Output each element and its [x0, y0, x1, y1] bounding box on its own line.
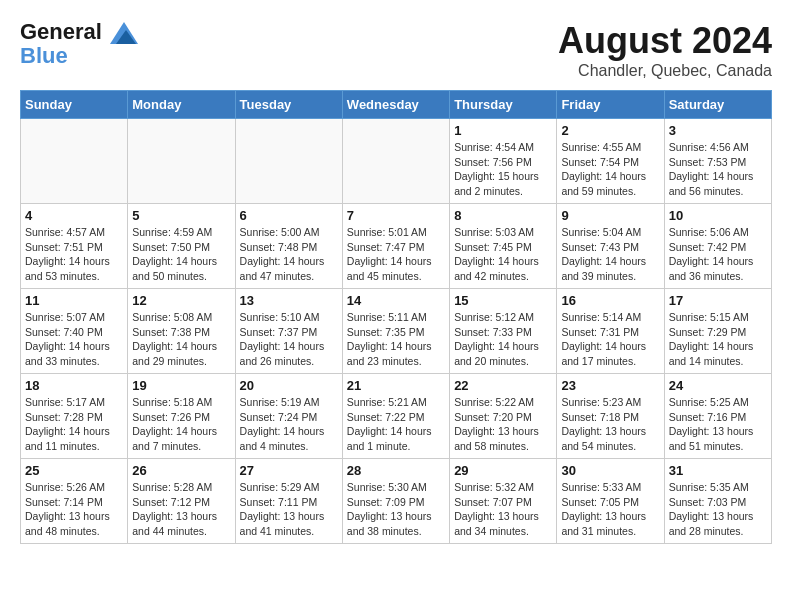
calendar-day-cell: 16Sunrise: 5:14 AMSunset: 7:31 PMDayligh…	[557, 289, 664, 374]
day-number: 14	[347, 293, 445, 308]
calendar-day-cell: 7Sunrise: 5:01 AMSunset: 7:47 PMDaylight…	[342, 204, 449, 289]
calendar-week-row: 4Sunrise: 4:57 AMSunset: 7:51 PMDaylight…	[21, 204, 772, 289]
page-header: General Blue August 2024 Chandler, Quebe…	[20, 20, 772, 80]
day-info: Sunrise: 5:35 AMSunset: 7:03 PMDaylight:…	[669, 480, 767, 539]
day-info: Sunrise: 5:22 AMSunset: 7:20 PMDaylight:…	[454, 395, 552, 454]
calendar-day-cell: 30Sunrise: 5:33 AMSunset: 7:05 PMDayligh…	[557, 459, 664, 544]
calendar-day-cell: 3Sunrise: 4:56 AMSunset: 7:53 PMDaylight…	[664, 119, 771, 204]
calendar-week-row: 18Sunrise: 5:17 AMSunset: 7:28 PMDayligh…	[21, 374, 772, 459]
day-info: Sunrise: 4:57 AMSunset: 7:51 PMDaylight:…	[25, 225, 123, 284]
calendar-day-cell: 19Sunrise: 5:18 AMSunset: 7:26 PMDayligh…	[128, 374, 235, 459]
day-number: 4	[25, 208, 123, 223]
weekday-header: Sunday	[21, 91, 128, 119]
day-number: 23	[561, 378, 659, 393]
day-info: Sunrise: 5:03 AMSunset: 7:45 PMDaylight:…	[454, 225, 552, 284]
day-number: 24	[669, 378, 767, 393]
calendar-day-cell: 24Sunrise: 5:25 AMSunset: 7:16 PMDayligh…	[664, 374, 771, 459]
calendar-day-cell: 11Sunrise: 5:07 AMSunset: 7:40 PMDayligh…	[21, 289, 128, 374]
day-info: Sunrise: 5:21 AMSunset: 7:22 PMDaylight:…	[347, 395, 445, 454]
day-number: 31	[669, 463, 767, 478]
day-info: Sunrise: 5:06 AMSunset: 7:42 PMDaylight:…	[669, 225, 767, 284]
calendar-day-cell	[128, 119, 235, 204]
calendar-day-cell	[235, 119, 342, 204]
location-subtitle: Chandler, Quebec, Canada	[558, 62, 772, 80]
logo-blue: Blue	[20, 44, 138, 68]
weekday-header: Thursday	[450, 91, 557, 119]
calendar-day-cell: 20Sunrise: 5:19 AMSunset: 7:24 PMDayligh…	[235, 374, 342, 459]
logo-text: General	[20, 20, 138, 44]
day-info: Sunrise: 4:54 AMSunset: 7:56 PMDaylight:…	[454, 140, 552, 199]
weekday-header: Monday	[128, 91, 235, 119]
calendar-day-cell: 18Sunrise: 5:17 AMSunset: 7:28 PMDayligh…	[21, 374, 128, 459]
day-info: Sunrise: 5:29 AMSunset: 7:11 PMDaylight:…	[240, 480, 338, 539]
logo-icon	[110, 22, 138, 44]
calendar-day-cell: 17Sunrise: 5:15 AMSunset: 7:29 PMDayligh…	[664, 289, 771, 374]
calendar-header-row: SundayMondayTuesdayWednesdayThursdayFrid…	[21, 91, 772, 119]
day-info: Sunrise: 5:12 AMSunset: 7:33 PMDaylight:…	[454, 310, 552, 369]
calendar-day-cell: 6Sunrise: 5:00 AMSunset: 7:48 PMDaylight…	[235, 204, 342, 289]
day-info: Sunrise: 5:17 AMSunset: 7:28 PMDaylight:…	[25, 395, 123, 454]
day-info: Sunrise: 5:25 AMSunset: 7:16 PMDaylight:…	[669, 395, 767, 454]
title-area: August 2024 Chandler, Quebec, Canada	[558, 20, 772, 80]
day-info: Sunrise: 5:28 AMSunset: 7:12 PMDaylight:…	[132, 480, 230, 539]
calendar-day-cell: 2Sunrise: 4:55 AMSunset: 7:54 PMDaylight…	[557, 119, 664, 204]
day-info: Sunrise: 5:01 AMSunset: 7:47 PMDaylight:…	[347, 225, 445, 284]
calendar-day-cell: 25Sunrise: 5:26 AMSunset: 7:14 PMDayligh…	[21, 459, 128, 544]
day-number: 5	[132, 208, 230, 223]
day-number: 13	[240, 293, 338, 308]
calendar-day-cell: 31Sunrise: 5:35 AMSunset: 7:03 PMDayligh…	[664, 459, 771, 544]
day-info: Sunrise: 5:00 AMSunset: 7:48 PMDaylight:…	[240, 225, 338, 284]
month-year-title: August 2024	[558, 20, 772, 62]
day-number: 17	[669, 293, 767, 308]
day-info: Sunrise: 5:07 AMSunset: 7:40 PMDaylight:…	[25, 310, 123, 369]
calendar-week-row: 1Sunrise: 4:54 AMSunset: 7:56 PMDaylight…	[21, 119, 772, 204]
day-info: Sunrise: 5:10 AMSunset: 7:37 PMDaylight:…	[240, 310, 338, 369]
calendar-day-cell: 22Sunrise: 5:22 AMSunset: 7:20 PMDayligh…	[450, 374, 557, 459]
day-number: 3	[669, 123, 767, 138]
weekday-header: Saturday	[664, 91, 771, 119]
day-number: 15	[454, 293, 552, 308]
day-number: 29	[454, 463, 552, 478]
calendar-day-cell: 4Sunrise: 4:57 AMSunset: 7:51 PMDaylight…	[21, 204, 128, 289]
day-info: Sunrise: 5:23 AMSunset: 7:18 PMDaylight:…	[561, 395, 659, 454]
day-number: 16	[561, 293, 659, 308]
day-info: Sunrise: 5:18 AMSunset: 7:26 PMDaylight:…	[132, 395, 230, 454]
day-info: Sunrise: 5:33 AMSunset: 7:05 PMDaylight:…	[561, 480, 659, 539]
calendar-day-cell: 12Sunrise: 5:08 AMSunset: 7:38 PMDayligh…	[128, 289, 235, 374]
calendar-day-cell: 29Sunrise: 5:32 AMSunset: 7:07 PMDayligh…	[450, 459, 557, 544]
calendar-day-cell: 21Sunrise: 5:21 AMSunset: 7:22 PMDayligh…	[342, 374, 449, 459]
day-info: Sunrise: 4:59 AMSunset: 7:50 PMDaylight:…	[132, 225, 230, 284]
day-number: 9	[561, 208, 659, 223]
calendar-table: SundayMondayTuesdayWednesdayThursdayFrid…	[20, 90, 772, 544]
day-number: 8	[454, 208, 552, 223]
day-info: Sunrise: 5:14 AMSunset: 7:31 PMDaylight:…	[561, 310, 659, 369]
day-info: Sunrise: 5:32 AMSunset: 7:07 PMDaylight:…	[454, 480, 552, 539]
day-number: 20	[240, 378, 338, 393]
day-info: Sunrise: 4:55 AMSunset: 7:54 PMDaylight:…	[561, 140, 659, 199]
weekday-header: Tuesday	[235, 91, 342, 119]
day-number: 11	[25, 293, 123, 308]
calendar-day-cell: 27Sunrise: 5:29 AMSunset: 7:11 PMDayligh…	[235, 459, 342, 544]
day-number: 19	[132, 378, 230, 393]
day-number: 21	[347, 378, 445, 393]
day-number: 27	[240, 463, 338, 478]
day-number: 10	[669, 208, 767, 223]
day-info: Sunrise: 5:30 AMSunset: 7:09 PMDaylight:…	[347, 480, 445, 539]
day-number: 1	[454, 123, 552, 138]
calendar-day-cell: 13Sunrise: 5:10 AMSunset: 7:37 PMDayligh…	[235, 289, 342, 374]
weekday-header: Wednesday	[342, 91, 449, 119]
calendar-day-cell: 1Sunrise: 4:54 AMSunset: 7:56 PMDaylight…	[450, 119, 557, 204]
day-number: 25	[25, 463, 123, 478]
day-number: 12	[132, 293, 230, 308]
calendar-day-cell	[21, 119, 128, 204]
day-number: 2	[561, 123, 659, 138]
calendar-day-cell: 14Sunrise: 5:11 AMSunset: 7:35 PMDayligh…	[342, 289, 449, 374]
day-number: 18	[25, 378, 123, 393]
day-number: 22	[454, 378, 552, 393]
day-number: 28	[347, 463, 445, 478]
calendar-day-cell	[342, 119, 449, 204]
calendar-day-cell: 9Sunrise: 5:04 AMSunset: 7:43 PMDaylight…	[557, 204, 664, 289]
logo: General Blue	[20, 20, 138, 68]
calendar-day-cell: 28Sunrise: 5:30 AMSunset: 7:09 PMDayligh…	[342, 459, 449, 544]
day-number: 7	[347, 208, 445, 223]
